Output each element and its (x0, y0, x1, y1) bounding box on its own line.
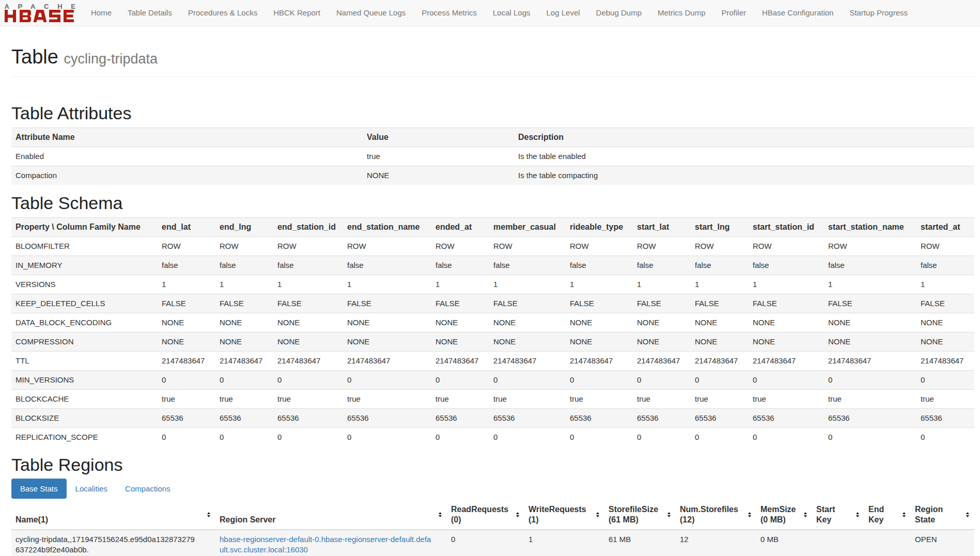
svg-text:APACHE: APACHE (5, 4, 83, 10)
